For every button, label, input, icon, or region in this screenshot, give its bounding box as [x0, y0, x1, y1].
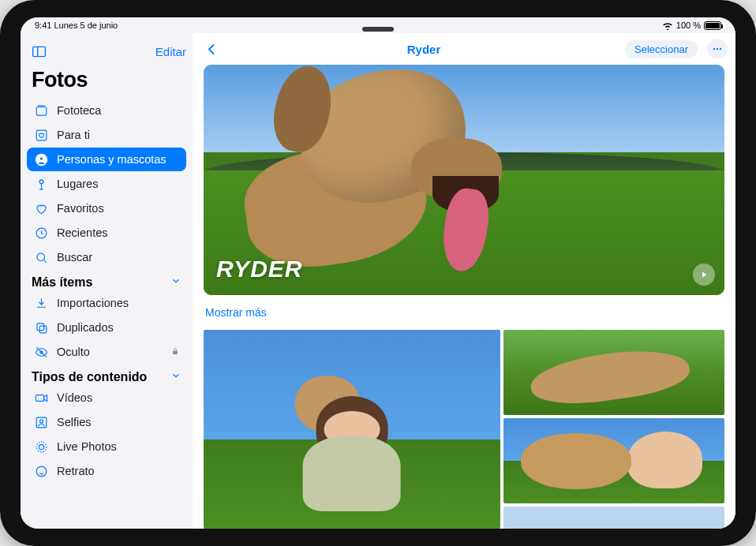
person-circle-icon: [33, 151, 49, 167]
svg-point-19: [713, 48, 715, 50]
battery-pct: 100 %: [676, 21, 701, 30]
svg-rect-10: [39, 326, 47, 333]
svg-point-15: [39, 419, 43, 422]
chevron-down-icon: [170, 275, 182, 290]
sidebar-item-label: Fototeca: [57, 104, 101, 117]
photo-thumbnail[interactable]: [204, 330, 500, 529]
photo-thumbnail[interactable]: [503, 507, 724, 529]
sidebar-item-importaciones[interactable]: Importaciones: [27, 291, 186, 315]
svg-rect-13: [36, 395, 43, 401]
svg-point-16: [39, 444, 43, 449]
live-photo-icon: [33, 439, 49, 454]
sidebar-item-label: Lugares: [57, 178, 98, 190]
hero-name-overlay: RYDER: [216, 256, 302, 282]
sidebar-item-recientes[interactable]: Recientes: [27, 221, 186, 245]
more-button[interactable]: [707, 39, 728, 59]
svg-point-8: [36, 252, 44, 260]
back-button[interactable]: [200, 37, 223, 61]
sidebar-item-label: Personas y mascotas: [57, 153, 167, 166]
sidebar-item-paraTi[interactable]: Para ti: [27, 123, 186, 147]
main-panel: Ryder Seleccionar RYDER Mostrar más: [193, 33, 735, 529]
heart-square-icon: [33, 127, 49, 143]
section-header-more[interactable]: Más ítems: [27, 269, 186, 291]
edit-button[interactable]: Editar: [155, 45, 186, 58]
svg-point-5: [39, 156, 43, 160]
sidebar-item-label: Vídeos: [57, 391, 92, 404]
notch-indicator: [362, 27, 394, 32]
select-button[interactable]: Seleccionar: [625, 40, 698, 58]
toggle-sidebar-button[interactable]: [27, 39, 51, 63]
duplicate-icon: [33, 320, 49, 335]
svg-rect-3: [36, 130, 47, 140]
sidebar-item-selfies[interactable]: Selfies: [27, 410, 186, 434]
sidebar-item-videos[interactable]: Vídeos: [27, 386, 186, 410]
sidebar-item-fototeca[interactable]: Fototeca: [27, 99, 186, 122]
sidebar-item-duplicados[interactable]: Duplicados: [27, 316, 186, 339]
photo-thumbnail[interactable]: [503, 330, 724, 415]
page-title: Ryder: [227, 43, 620, 56]
svg-rect-2: [36, 107, 47, 114]
play-button[interactable]: [693, 264, 715, 286]
sidebar-item-label: Buscar: [57, 251, 92, 264]
sidebar-item-label: Selfies: [57, 416, 92, 428]
battery-icon: [704, 21, 721, 30]
show-more-link[interactable]: Mostrar más: [204, 303, 724, 322]
svg-point-20: [717, 48, 718, 50]
photo-stack-icon: [33, 103, 49, 118]
section-title: Tipos de contenido: [32, 370, 147, 384]
svg-rect-9: [36, 323, 43, 330]
app-title: Fotos: [27, 65, 186, 99]
sidebar-item-oculto[interactable]: Oculto: [27, 340, 186, 364]
sidebar-item-livephotos[interactable]: Live Photos: [27, 435, 186, 458]
sidebar-item-personas[interactable]: Personas y mascotas: [27, 148, 186, 171]
clock-icon: [33, 225, 49, 241]
sidebar-item-retrato[interactable]: Retrato: [27, 459, 186, 483]
pin-icon: [33, 176, 49, 192]
sidebar-item-buscar[interactable]: Buscar: [27, 245, 186, 269]
video-icon: [33, 390, 49, 406]
hero-photo[interactable]: RYDER: [204, 65, 724, 295]
chevron-down-icon: [170, 370, 182, 384]
eye-off-icon: [33, 344, 49, 360]
heart-icon: [33, 200, 49, 216]
photo-thumbnail[interactable]: [503, 418, 724, 503]
sidebar-primary-nav: Fototeca Para ti Personas y mascotas Lug…: [27, 99, 186, 269]
sidebar-item-lugares[interactable]: Lugares: [27, 172, 186, 196]
sidebar-types-nav: Vídeos Selfies Live Photos Retrato: [27, 386, 186, 483]
download-icon: [33, 295, 49, 311]
sidebar-item-favoritos[interactable]: Favoritos: [27, 196, 186, 220]
svg-point-21: [720, 48, 721, 50]
status-time: 9:41 Lunes 5 de junio: [35, 21, 118, 30]
sidebar-item-label: Importaciones: [57, 297, 129, 309]
section-title: Más ítems: [32, 275, 92, 290]
sidebar-item-label: Retrato: [57, 465, 95, 477]
sidebar-more-nav: Importaciones Duplicados Oculto: [27, 291, 186, 364]
photo-grid: [204, 330, 724, 529]
svg-point-18: [36, 466, 47, 477]
wifi-icon: [662, 21, 673, 30]
sidebar-item-label: Live Photos: [57, 440, 117, 453]
search-icon: [33, 249, 49, 265]
lock-icon: [170, 346, 180, 358]
svg-rect-12: [173, 351, 178, 355]
svg-rect-0: [32, 47, 45, 56]
svg-point-17: [36, 442, 47, 452]
sidebar-item-label: Oculto: [57, 346, 90, 358]
sidebar-item-label: Favoritos: [57, 202, 104, 215]
sidebar-item-label: Recientes: [57, 226, 107, 239]
sidebar: Editar Fotos Fototeca Para ti Personas y…: [21, 33, 193, 529]
sidebar-item-label: Para ti: [57, 129, 90, 141]
sidebar-item-label: Duplicados: [57, 321, 114, 334]
portrait-icon: [33, 463, 49, 479]
section-header-types[interactable]: Tipos de contenido: [27, 364, 186, 386]
selfie-icon: [33, 414, 49, 430]
svg-point-6: [39, 179, 43, 183]
